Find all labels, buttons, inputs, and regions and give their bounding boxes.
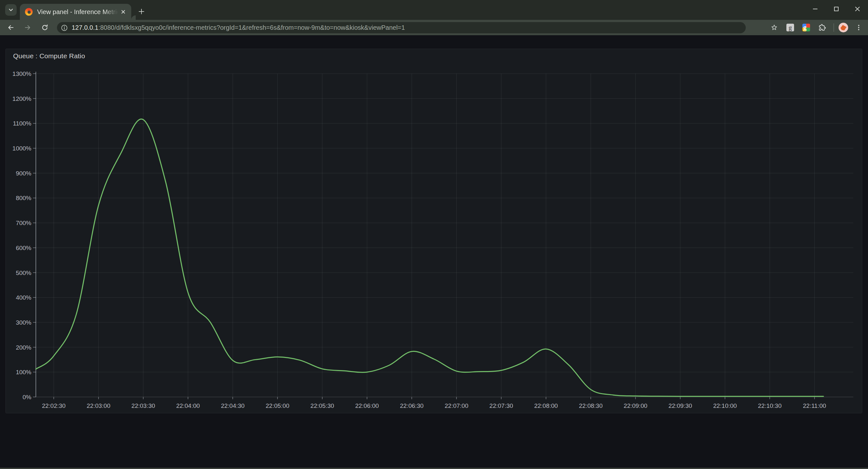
y-tick-label: 0% <box>23 394 32 401</box>
x-tick-label: 22:04:00 <box>176 402 200 409</box>
tab-strip: View panel - Inference Metrics - <box>0 0 868 20</box>
minimize-button[interactable] <box>805 0 826 18</box>
profile-avatar[interactable] <box>839 23 848 32</box>
bookmark-star-button[interactable] <box>768 22 780 33</box>
y-tick-label: 900% <box>16 170 31 177</box>
extension-google-button[interactable]: g <box>800 22 812 33</box>
star-icon <box>770 24 778 31</box>
url-host: 127.0.0.1 <box>72 24 98 31</box>
x-tick-label: 22:10:30 <box>758 402 782 409</box>
address-bar[interactable]: 127.0.0.1:8080/d/fdklsxg5qqyo0c/inferenc… <box>57 22 746 33</box>
grafana-favicon-icon <box>25 8 33 16</box>
toolbar-divider <box>833 23 834 32</box>
y-tick-label: 100% <box>16 369 31 376</box>
x-tick-label: 22:03:30 <box>131 402 155 409</box>
new-tab-button[interactable] <box>136 6 147 17</box>
extension-grayscale-icon: g <box>786 24 794 31</box>
close-icon <box>120 9 126 15</box>
tab-curve-right <box>131 15 136 20</box>
tab-close-button[interactable] <box>119 8 127 16</box>
forward-icon <box>24 24 31 31</box>
x-tick-label: 22:06:30 <box>400 402 424 409</box>
grafana-page: Queue : Compute Ratio 0%100%200%300%400%… <box>0 35 868 469</box>
x-tick-label: 22:06:00 <box>355 402 379 409</box>
y-tick-label: 1100% <box>13 120 31 127</box>
url-text[interactable]: 127.0.0.1:8080/d/fdklsxg5qqyo0c/inferenc… <box>72 24 405 31</box>
reload-button[interactable] <box>39 22 51 33</box>
tab-title: View panel - Inference Metrics - <box>37 8 119 16</box>
url-path: :8080/d/fdklsxg5qqyo0c/inference-metrics… <box>98 24 405 31</box>
y-tick-label: 200% <box>16 344 31 351</box>
y-tick-label: 500% <box>16 270 31 276</box>
forward-button[interactable] <box>22 22 33 33</box>
x-tick-label: 22:11:00 <box>803 402 827 409</box>
y-tick-label: 1000% <box>12 145 31 152</box>
x-tick-label: 22:05:00 <box>266 402 289 409</box>
x-tick-label: 22:07:30 <box>489 402 513 409</box>
chevron-down-icon <box>8 7 14 13</box>
y-tick-label: 1300% <box>12 70 31 77</box>
series-line <box>36 119 824 396</box>
x-tick-label: 22:03:00 <box>87 402 111 409</box>
x-tick-label: 22:09:00 <box>624 402 648 409</box>
x-tick-label: 22:07:00 <box>444 402 468 409</box>
active-tab[interactable]: View panel - Inference Metrics - <box>20 4 131 20</box>
x-tick-label: 22:08:00 <box>534 402 558 409</box>
x-tick-label: 22:04:30 <box>221 402 245 409</box>
tab-search-button[interactable] <box>5 4 17 16</box>
x-tick-label: 22:09:30 <box>668 402 692 409</box>
window-controls <box>805 0 868 18</box>
browser-menu-button[interactable] <box>852 22 865 33</box>
y-tick-label: 400% <box>16 294 31 301</box>
tab-curve-left <box>16 15 20 20</box>
y-tick-label: 800% <box>16 195 31 201</box>
x-tick-label: 22:02:30 <box>42 402 66 409</box>
timeseries-chart[interactable]: 0%100%200%300%400%500%600%700%800%900%10… <box>0 35 868 469</box>
kebab-menu-icon <box>855 24 862 31</box>
close-window-button[interactable] <box>847 0 868 18</box>
y-tick-label: 1200% <box>12 95 31 102</box>
maximize-button[interactable] <box>826 0 847 18</box>
x-tick-label: 22:05:30 <box>310 402 334 409</box>
minimize-icon <box>812 5 819 12</box>
y-tick-label: 700% <box>16 220 31 226</box>
close-window-icon <box>854 5 861 12</box>
maximize-icon <box>833 5 840 12</box>
reload-icon <box>41 24 49 31</box>
toolbar-right-cluster: g g <box>768 22 868 33</box>
extension-grayscale-button[interactable]: g <box>784 22 796 33</box>
browser-toolbar: 127.0.0.1:8080/d/fdklsxg5qqyo0c/inferenc… <box>0 20 868 35</box>
y-tick-label: 600% <box>16 245 31 251</box>
extension-google-icon: g <box>802 24 810 31</box>
window-bottom-edge <box>0 468 868 469</box>
x-tick-label: 22:08:30 <box>579 402 603 409</box>
back-icon <box>7 24 15 31</box>
y-tick-label: 300% <box>16 319 31 326</box>
back-button[interactable] <box>5 22 17 33</box>
puzzle-icon <box>818 24 826 31</box>
plus-icon <box>138 8 145 15</box>
site-info-icon[interactable] <box>61 24 68 31</box>
browser-window: View panel - Inference Metrics - <box>0 0 868 469</box>
x-tick-label: 22:10:00 <box>713 402 737 409</box>
extensions-menu-button[interactable] <box>816 22 828 33</box>
